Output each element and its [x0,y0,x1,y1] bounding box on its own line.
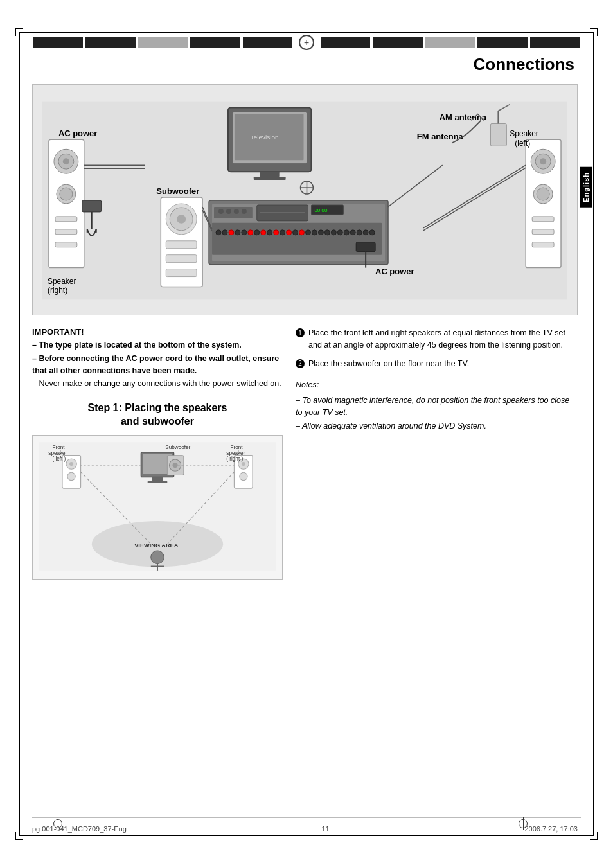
note-item-1: – To avoid magnetic interference, do not… [296,394,578,420]
svg-point-43 [254,230,260,235]
svg-point-46 [274,230,279,235]
page-border-top [19,32,594,33]
svg-point-37 [216,230,221,235]
bar-seg [530,37,580,48]
svg-rect-70 [166,255,197,263]
svg-rect-7 [55,217,77,222]
page-border-bottom [19,835,594,836]
page-title: Connections [32,55,578,75]
note-item-2: – Allow adequate ventilation around the … [296,420,578,432]
svg-text:VIEWING AREA: VIEWING AREA [134,542,178,548]
instruction-number-2: 2 [296,359,305,368]
svg-rect-108 [148,481,168,483]
svg-point-48 [287,230,292,235]
important-item-2: – Before connecting the AC power cord to… [32,353,283,377]
svg-point-50 [299,230,305,235]
svg-point-44 [261,230,266,235]
svg-point-45 [267,230,272,235]
connections-diagram-svg: AC power Speaker (right) Television [42,98,567,303]
svg-point-39 [229,230,234,235]
placement-svg: VIEWING AREA [39,442,276,571]
svg-point-49 [293,230,298,235]
svg-text:Front: Front [52,444,65,450]
svg-point-59 [357,230,362,235]
registration-mark [299,35,314,50]
svg-rect-9 [55,242,77,247]
svg-point-47 [280,230,285,235]
instruction-item-1: 1 Place the front left and right speaker… [296,327,578,351]
bar-seg [425,37,475,48]
step-heading: Step 1: Placing the speakers and subwoof… [32,402,283,429]
svg-rect-8 [55,229,77,235]
svg-rect-69 [166,241,197,249]
svg-rect-81 [532,217,554,222]
svg-text:AC power: AC power [58,128,97,138]
page-border-right [593,32,594,836]
svg-point-114 [69,462,73,466]
svg-rect-23 [260,172,280,177]
svg-point-58 [350,230,355,235]
notes-section: Notes: – To avoid magnetic interference,… [296,379,578,433]
svg-rect-29 [226,209,231,214]
footer-right: 2006.7.27, 17:03 [524,825,578,833]
footer-divider [32,817,581,818]
corner-tl [15,28,23,36]
footer-bar: pg 001-041_MCD709_37-Eng 11 2006.7.27, 1… [32,825,578,833]
svg-text:( left ): ( left ) [52,456,66,462]
svg-text:(right): (right) [48,286,67,295]
corner-br [590,832,598,840]
placement-diagram: VIEWING AREA [32,435,283,580]
svg-text:speaker: speaker [48,450,67,456]
svg-point-78 [540,158,546,164]
svg-text:Speaker: Speaker [48,277,76,286]
corner-tr [590,28,598,36]
svg-point-40 [235,230,240,235]
svg-point-61 [369,230,375,235]
footer-page-number: 11 [321,825,329,833]
svg-rect-30 [234,209,239,214]
bar-seg [138,37,188,48]
svg-text:speaker: speaker [226,450,245,456]
connections-diagram-box: AC power Speaker (right) Television [32,84,578,315]
svg-point-42 [248,230,253,235]
svg-point-57 [344,230,349,235]
bar-seg [190,37,240,48]
svg-text:Subwoofer: Subwoofer [165,444,190,450]
svg-point-68 [177,215,186,224]
important-item-1: – The type plate is located at the botto… [32,339,283,351]
svg-point-41 [242,230,247,235]
svg-rect-13 [82,200,102,212]
language-tab: English [580,167,592,208]
svg-point-54 [324,230,330,235]
svg-point-52 [312,230,317,235]
important-label: IMPORTANT! [32,327,283,337]
svg-rect-107 [152,477,163,481]
svg-rect-71 [166,269,197,277]
bar-seg [373,37,422,48]
svg-text:Speaker: Speaker [510,129,538,138]
notes-text: – To avoid magnetic interference, do not… [296,394,578,433]
svg-point-60 [363,230,368,235]
bar-seg [321,37,370,48]
notes-label: Notes: [296,379,578,391]
svg-point-55 [331,230,336,235]
svg-rect-28 [218,209,224,214]
corner-bl [15,832,23,840]
bar-seg [243,37,292,48]
bar-seg [477,37,527,48]
left-column: IMPORTANT! – The type plate is located a… [32,327,283,580]
footer-left: pg 001-041_MCD709_37-Eng [32,825,127,833]
svg-text:Subwoofer: Subwoofer [156,186,199,196]
bar-seg [33,37,83,48]
svg-text:Front: Front [230,444,243,450]
svg-rect-89 [490,123,506,146]
instruction-text-1: Place the front left and right speakers … [308,327,578,351]
svg-rect-24 [254,177,286,180]
main-content: Connections AC power [32,55,578,580]
svg-point-119 [240,472,247,480]
important-text: – The type plate is located at the botto… [32,339,283,390]
svg-text:Television: Television [251,134,279,141]
svg-point-38 [222,230,227,235]
svg-text:( right ): ( right ) [226,456,243,462]
svg-point-56 [337,230,342,235]
